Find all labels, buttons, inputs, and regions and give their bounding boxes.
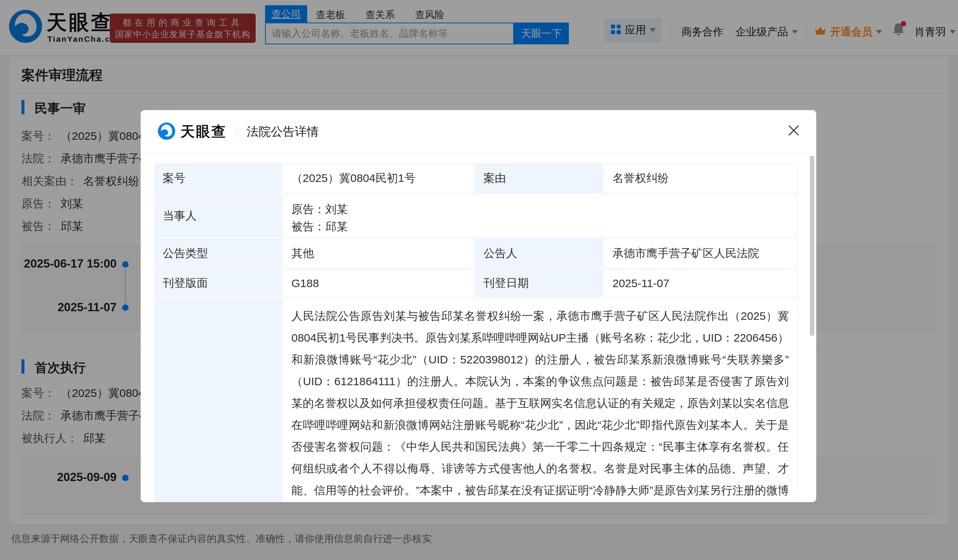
- table-label-parties: 当事人: [154, 194, 282, 237]
- party-defendant: 被告：邱某: [291, 218, 797, 235]
- table-value-publish-date: 2025-11-07: [604, 269, 798, 297]
- table-label-publish-date: 刊登日期: [475, 269, 603, 297]
- table-value-page-section: G188: [283, 269, 474, 297]
- table-value-announcement-type: 其他: [283, 238, 474, 268]
- table-label-announcement-type: 公告类型: [154, 238, 282, 268]
- table-label-cause: 案由: [475, 163, 603, 193]
- close-icon[interactable]: [786, 123, 801, 138]
- table-value-case-number: （2025）冀0804民初1号: [283, 163, 474, 193]
- table-label-page-section: 刊登版面: [154, 269, 282, 297]
- table-value-announcer: 承德市鹰手营子矿区人民法院: [604, 238, 798, 268]
- announcement-table: 案号 （2025）冀0804民初1号 案由 名誉权纠纷 当事人 原告：刘某 被告…: [154, 163, 798, 502]
- table-label-body: [154, 298, 282, 502]
- table-label-case-number: 案号: [154, 163, 282, 193]
- table-value-parties: 原告：刘某 被告：邱某: [283, 194, 798, 237]
- modal-brand-name: 天眼查: [181, 122, 227, 141]
- modal-title: 法院公告详情: [247, 123, 319, 140]
- screen: 天眼查 TianYanCha.com 都在用的商业查询工具 国家中小企业发展子基…: [0, 0, 958, 560]
- table-label-announcer: 公告人: [475, 238, 603, 268]
- table-value-cause: 名誉权纠纷: [604, 163, 798, 193]
- party-plaintiff: 原告：刘某: [291, 201, 797, 218]
- modal-scrollbar-thumb[interactable]: [810, 156, 814, 336]
- announcement-body-text: 人民法院公告原告刘某与被告邱某名誉权纠纷一案，承德市鹰手营子矿区人民法院作出（2…: [283, 298, 798, 502]
- tianyancha-logo-icon: [158, 122, 175, 141]
- modal-header: 天眼查 法院公告详情: [141, 110, 816, 154]
- court-announcement-modal: 天眼查 法院公告详情 案号 （2025）冀0804民初1号 案由 名誉权纠纷 当…: [141, 110, 816, 502]
- divider: [236, 126, 237, 138]
